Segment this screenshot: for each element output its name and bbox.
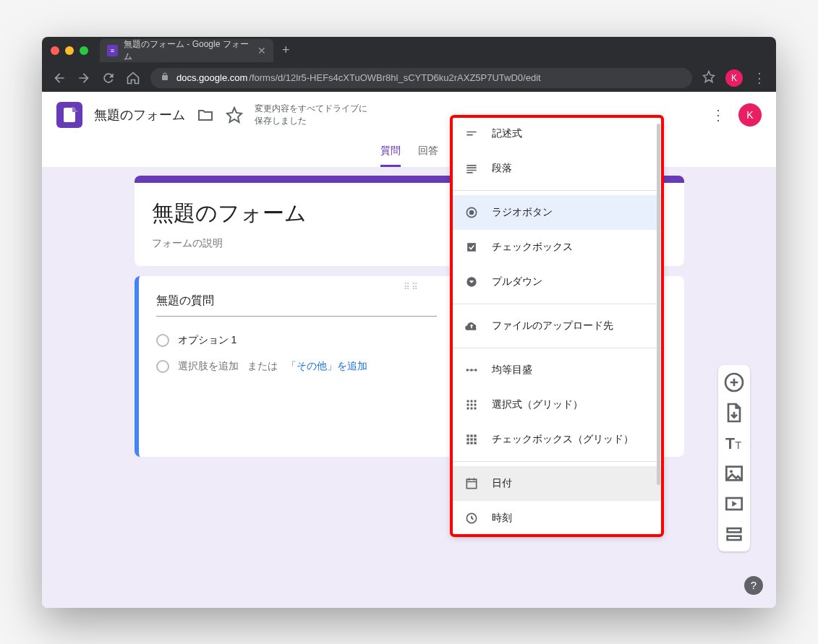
svg-text:T: T <box>735 439 741 451</box>
short-text-icon <box>464 126 479 141</box>
add-section-icon[interactable] <box>721 523 747 546</box>
svg-point-15 <box>466 400 469 402</box>
dropdown-arrow-icon <box>464 275 479 289</box>
add-image-icon[interactable] <box>721 462 747 485</box>
tab-title: 無題のフォーム - Google フォーム <box>124 38 249 63</box>
home-button[interactable] <box>126 71 140 85</box>
dd-time[interactable]: 時刻 <box>451 501 663 536</box>
svg-rect-31 <box>470 442 472 444</box>
tab-questions[interactable]: 質問 <box>380 145 401 167</box>
more-menu-icon[interactable]: ⋮ <box>710 106 727 124</box>
window-controls <box>51 46 88 55</box>
close-window[interactable] <box>51 46 59 55</box>
svg-rect-28 <box>470 438 472 440</box>
svg-point-23 <box>474 407 476 409</box>
grid-squares-icon <box>464 432 479 447</box>
forms-app: 無題のフォーム 変更内容をすべてドライブに 保存しました ⋮ K 質問 回答 無… <box>42 92 776 608</box>
radio-button-icon <box>464 205 479 220</box>
document-title[interactable]: 無題のフォーム <box>94 106 185 124</box>
svg-point-16 <box>470 400 472 402</box>
svg-rect-6 <box>728 528 741 532</box>
svg-rect-10 <box>467 243 476 252</box>
browser-chrome: ≡ 無題のフォーム - Google フォーム ✕ + docs.google.… <box>42 37 776 92</box>
add-other-link[interactable]: 「その他」を追加 <box>286 360 367 373</box>
svg-rect-30 <box>466 442 469 444</box>
question-type-dropdown: 記述式 段落 ラジオボタン チェックボックス プルダウン ファ <box>451 116 663 536</box>
clock-icon <box>464 511 479 525</box>
grid-dots-icon <box>464 398 479 412</box>
dd-dropdown[interactable]: プルダウン <box>451 265 663 299</box>
tabs-row: 質問 回答 <box>42 138 776 167</box>
dd-short-answer[interactable]: 記述式 <box>451 116 663 151</box>
svg-point-17 <box>474 400 476 402</box>
question-title-input[interactable]: 無題の質問 <box>156 293 437 317</box>
svg-point-19 <box>470 403 472 405</box>
svg-point-22 <box>470 407 472 409</box>
bookmark-star-icon[interactable] <box>702 70 715 86</box>
add-video-icon[interactable] <box>721 492 747 515</box>
floating-toolbar: TT <box>718 365 750 551</box>
svg-rect-29 <box>474 438 476 440</box>
move-to-folder-icon[interactable] <box>197 106 214 124</box>
svg-point-4 <box>730 470 733 473</box>
new-tab-button[interactable]: + <box>282 43 290 58</box>
svg-rect-24 <box>466 434 469 437</box>
forms-logo-icon[interactable] <box>56 102 82 128</box>
forward-button[interactable] <box>77 71 91 85</box>
svg-rect-26 <box>474 434 476 437</box>
profile-avatar[interactable]: K <box>725 69 743 87</box>
dd-checkbox-grid[interactable]: チェックボックス（グリッド） <box>451 422 663 457</box>
dd-multiple-choice-grid[interactable]: 選択式（グリッド） <box>451 387 663 422</box>
radio-icon <box>156 334 169 347</box>
url-host: docs.google.com <box>176 72 247 83</box>
svg-point-9 <box>469 210 474 215</box>
svg-rect-7 <box>728 536 741 539</box>
url-path: /forms/d/12lr5-HEFs4cXTuOWBr8hl_sCYTD6ku… <box>249 72 540 83</box>
address-bar-row: docs.google.com/forms/d/12lr5-HEFs4cXTuO… <box>42 64 776 92</box>
svg-rect-27 <box>466 438 469 440</box>
back-button[interactable] <box>52 71 67 85</box>
svg-point-18 <box>466 403 469 405</box>
dd-checkboxes[interactable]: チェックボックス <box>451 230 663 265</box>
browser-menu-icon[interactable]: ⋮ <box>753 70 766 86</box>
radio-icon <box>156 360 169 373</box>
minimize-window[interactable] <box>65 46 74 55</box>
linear-scale-icon <box>464 363 479 377</box>
add-question-icon[interactable] <box>721 371 747 394</box>
help-button[interactable]: ? <box>744 576 763 595</box>
star-document-icon[interactable] <box>226 106 243 124</box>
checkbox-icon <box>464 240 479 254</box>
add-title-icon[interactable]: TT <box>721 432 747 455</box>
app-header: 無題のフォーム 変更内容をすべてドライブに 保存しました ⋮ K <box>42 92 776 138</box>
svg-text:T: T <box>725 435 735 452</box>
close-tab-icon[interactable]: ✕ <box>257 45 266 56</box>
tab-responses[interactable]: 回答 <box>418 145 438 167</box>
save-status: 変更内容をすべてドライブに 保存しました <box>255 103 367 127</box>
dd-date[interactable]: 日付 <box>451 466 663 501</box>
account-avatar[interactable]: K <box>738 103 762 126</box>
or-text: または <box>247 360 278 373</box>
svg-point-21 <box>466 407 469 409</box>
svg-rect-33 <box>466 479 476 489</box>
calendar-icon <box>464 476 479 491</box>
reload-button[interactable] <box>101 71 116 85</box>
option-label[interactable]: オプション 1 <box>178 334 237 347</box>
import-questions-icon[interactable] <box>721 401 747 424</box>
dd-paragraph[interactable]: 段落 <box>451 151 663 186</box>
dd-multiple-choice[interactable]: ラジオボタン <box>451 195 663 230</box>
add-option-link[interactable]: 選択肢を追加 <box>178 360 239 373</box>
maximize-window[interactable] <box>80 46 88 55</box>
dropdown-scrollbar[interactable] <box>657 124 660 485</box>
dd-linear-scale[interactable]: 均等目盛 <box>451 353 663 387</box>
paragraph-icon <box>464 161 479 176</box>
tab-bar: ≡ 無題のフォーム - Google フォーム ✕ + <box>42 37 776 64</box>
svg-rect-25 <box>470 434 472 437</box>
drag-handle-icon[interactable]: ⠿⠿ <box>404 282 419 292</box>
lock-icon <box>161 72 169 84</box>
svg-rect-32 <box>474 442 476 444</box>
form-canvas: 無題のフォーム フォームの説明 ⠿⠿ 無題の質問 オプション 1 選択肢を追加 … <box>42 167 776 608</box>
dd-file-upload[interactable]: ファイルのアップロード先 <box>451 309 663 343</box>
cloud-upload-icon <box>464 319 479 333</box>
address-bar[interactable]: docs.google.com/forms/d/12lr5-HEFs4cXTuO… <box>150 68 692 88</box>
browser-tab[interactable]: ≡ 無題のフォーム - Google フォーム ✕ <box>100 39 273 62</box>
